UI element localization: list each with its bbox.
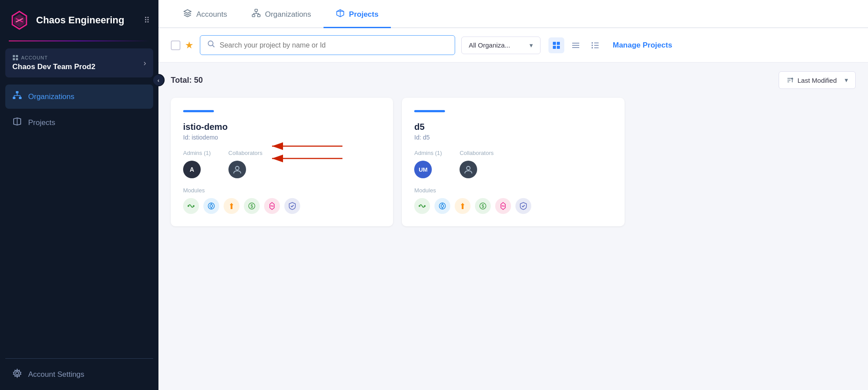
project-card-d5[interactable]: d5 Id: d5 Admins (1) UM Collaborators — [402, 98, 624, 226]
module-ce — [455, 198, 471, 214]
svg-rect-32 — [557, 46, 560, 49]
module-icon-1b — [418, 202, 427, 210]
card-accent-bar — [414, 110, 445, 112]
card-users: Admins (1) UM Collaborators — [414, 150, 612, 178]
svg-rect-40 — [592, 47, 593, 48]
sidebar-item-organizations[interactable]: Organizations — [5, 85, 153, 109]
user-icon — [232, 165, 242, 174]
module-finance: $ — [244, 198, 260, 214]
admin-avatar: UM — [414, 161, 432, 178]
account-selector[interactable]: ACCOUNT Chaos Dev Team Prod2 › — [5, 48, 153, 77]
svg-point-63 — [424, 205, 426, 207]
organizations-tab-icon — [252, 9, 261, 20]
svg-point-53 — [210, 205, 213, 207]
collaborator-avatar — [228, 161, 246, 178]
account-icon — [12, 55, 18, 61]
account-arrow-icon: › — [143, 59, 146, 68]
card-accent-bar — [183, 110, 214, 112]
list-view-button[interactable] — [568, 37, 584, 53]
admins-avatars: A — [183, 161, 211, 178]
logo-icon — [9, 10, 30, 31]
org-filter-label: All Organiza... — [469, 41, 510, 49]
sidebar-divider — [9, 40, 150, 41]
content-area: Total: 50 Last Modified ▾ istio-demo Id: — [158, 63, 868, 390]
tab-organizations[interactable]: Organizations — [239, 0, 324, 28]
grid-view-button[interactable] — [548, 37, 564, 53]
filter-controls: ★ — [171, 40, 194, 51]
sidebar-item-account-settings[interactable]: Account Settings — [0, 362, 158, 386]
card-users: Admins (1) A Collaborators — [183, 150, 381, 178]
module-chaos — [183, 198, 199, 214]
svg-point-51 — [193, 205, 195, 207]
toolbar: ★ All Organiza... ▾ — [158, 28, 868, 63]
svg-point-50 — [188, 205, 189, 207]
account-name: Chaos Dev Team Prod2 — [12, 63, 96, 71]
svg-rect-38 — [592, 44, 593, 46]
module-finance: $ — [475, 198, 491, 214]
settings-icon — [12, 368, 22, 380]
module-icon-3b — [458, 202, 467, 210]
manage-projects-button[interactable]: Manage Projects — [613, 41, 672, 50]
project-name: d5 — [414, 122, 612, 132]
svg-point-49 — [235, 166, 239, 170]
module-security — [515, 198, 531, 214]
module-security — [284, 198, 300, 214]
svg-point-16 — [16, 372, 19, 375]
modules-label: Modules — [414, 187, 612, 194]
svg-rect-4 — [13, 55, 15, 57]
admins-label: Admins (1) — [414, 150, 442, 156]
module-chaos — [414, 198, 430, 214]
svg-text:$: $ — [482, 204, 485, 209]
gear-icon — [12, 368, 22, 378]
collaborator-avatar — [460, 161, 477, 178]
collaborators-group: Collaborators — [460, 150, 493, 178]
svg-rect-6 — [13, 58, 15, 60]
sidebar-nav: Organizations Projects — [0, 81, 158, 355]
organizations-icon — [12, 91, 22, 103]
module-icon-2 — [207, 202, 216, 210]
svg-rect-5 — [16, 55, 18, 57]
search-input[interactable] — [220, 41, 448, 49]
svg-rect-19 — [252, 15, 255, 17]
sidebar-item-projects[interactable]: Projects — [5, 110, 153, 135]
svg-rect-36 — [592, 42, 593, 44]
layers-icon — [183, 9, 192, 18]
svg-point-61 — [467, 166, 470, 170]
account-settings-label: Account Settings — [28, 370, 85, 379]
favorite-filter-icon[interactable]: ★ — [185, 40, 194, 51]
sort-icon — [786, 77, 793, 84]
detail-view-button[interactable] — [587, 37, 603, 53]
search-icon — [207, 40, 215, 50]
detail-view-icon — [591, 41, 599, 49]
grid-view-icon — [552, 41, 560, 49]
sidebar-header: Chaos Engineering ⠿ — [0, 0, 158, 40]
org-nav-icon — [12, 91, 22, 100]
select-all-checkbox[interactable] — [171, 40, 180, 50]
svg-rect-7 — [16, 58, 18, 60]
content-header: Total: 50 Last Modified ▾ — [171, 71, 856, 89]
admins-avatars: UM — [414, 161, 442, 178]
sort-dropdown[interactable]: Last Modified ▾ — [779, 71, 856, 89]
tab-projects[interactable]: Projects — [324, 0, 391, 28]
grid-icon[interactable]: ⠿ — [144, 15, 150, 25]
sidebar-collapse-button[interactable]: ‹ — [152, 74, 165, 86]
modules-label: Modules — [183, 187, 381, 194]
tab-accounts-label: Accounts — [196, 10, 227, 19]
project-card-istio-demo[interactable]: istio-demo Id: istiodemo Admins (1) — [171, 98, 393, 226]
org-filter-dropdown[interactable]: All Organiza... ▾ — [461, 37, 541, 54]
modules-row: $ — [414, 198, 612, 214]
sidebar-bottom-divider — [5, 358, 153, 359]
projects-nav-icon — [12, 117, 22, 126]
tabs-bar: Accounts Organizations — [158, 0, 868, 28]
account-info: ACCOUNT Chaos Dev Team Prod2 — [12, 55, 96, 71]
list-view-icon — [572, 41, 580, 49]
collaborators-label: Collaborators — [460, 150, 493, 156]
sidebar-item-projects-label: Projects — [28, 118, 55, 127]
module-platform — [495, 198, 511, 214]
org-tab-icon — [252, 9, 261, 18]
admins-group: Admins (1) A — [183, 150, 211, 178]
module-icon-5 — [268, 202, 276, 210]
sort-chevron-icon: ▾ — [845, 76, 848, 84]
search-box[interactable] — [200, 35, 455, 55]
tab-accounts[interactable]: Accounts — [171, 0, 239, 28]
